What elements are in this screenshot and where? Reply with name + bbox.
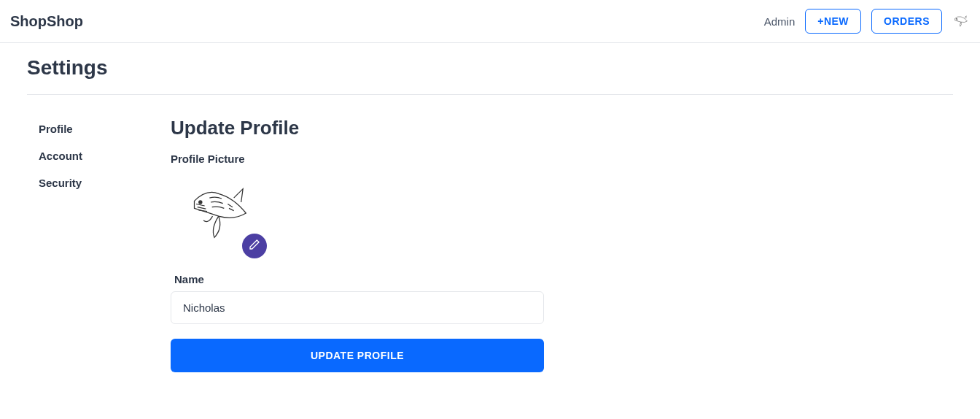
- sidebar-item-profile[interactable]: Profile: [39, 117, 171, 141]
- svg-point-1: [199, 201, 202, 204]
- name-input[interactable]: [171, 291, 544, 324]
- header-right: Admin +NEW ORDERS: [764, 9, 970, 34]
- profile-picture-label: Profile Picture: [171, 153, 544, 165]
- header: ShopShop Admin +NEW ORDERS: [0, 0, 980, 43]
- container: Settings Profile Account Security Update…: [27, 43, 953, 372]
- name-label: Name: [171, 273, 544, 285]
- admin-label: Admin: [764, 15, 796, 28]
- brand-logo[interactable]: ShopShop: [10, 13, 83, 30]
- svg-point-0: [957, 18, 957, 19]
- edit-picture-button[interactable]: [242, 234, 267, 258]
- orders-button[interactable]: ORDERS: [871, 9, 942, 34]
- main: Update Profile Profile Picture: [171, 117, 544, 372]
- sidebar-item-account[interactable]: Account: [39, 144, 171, 168]
- section-title: Update Profile: [171, 117, 544, 139]
- title-area: Settings: [27, 56, 953, 95]
- avatar-small[interactable]: [952, 12, 970, 30]
- sidebar: Profile Account Security: [27, 117, 171, 372]
- update-profile-button[interactable]: UPDATE PROFILE: [171, 339, 544, 372]
- new-button[interactable]: +NEW: [805, 9, 861, 34]
- content: Profile Account Security Update Profile …: [27, 95, 953, 372]
- pencil-icon: [249, 239, 260, 253]
- profile-picture-wrapper: [185, 177, 273, 264]
- page-title: Settings: [27, 56, 953, 94]
- sidebar-item-security[interactable]: Security: [39, 171, 171, 195]
